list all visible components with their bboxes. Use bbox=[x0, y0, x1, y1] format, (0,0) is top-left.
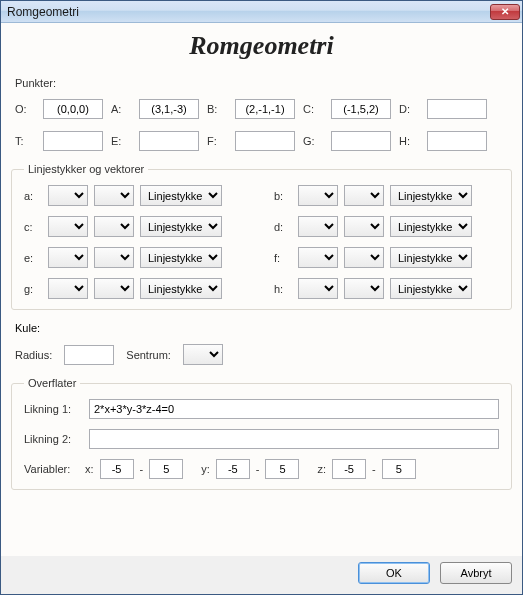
point-label-f: F: bbox=[207, 135, 227, 147]
line-f-type[interactable]: Linjestykke bbox=[390, 247, 472, 268]
radius-label: Radius: bbox=[15, 349, 52, 361]
lines-section: Linjestykker og vektorer a: Linjestykke … bbox=[11, 163, 512, 310]
eq1-input[interactable] bbox=[89, 399, 499, 419]
point-input-o[interactable] bbox=[43, 99, 103, 119]
line-label-e: e: bbox=[24, 252, 42, 264]
y-label: y: bbox=[201, 463, 210, 475]
kule-heading: Kule: bbox=[15, 322, 508, 334]
point-input-a[interactable] bbox=[139, 99, 199, 119]
line-a-to[interactable] bbox=[94, 185, 134, 206]
line-d-from[interactable] bbox=[298, 216, 338, 237]
line-label-d: d: bbox=[274, 221, 292, 233]
point-label-b: B: bbox=[207, 103, 227, 115]
kule-row: Radius: Sentrum: bbox=[15, 344, 508, 365]
line-a-type[interactable]: Linjestykke bbox=[140, 185, 222, 206]
line-c-from[interactable] bbox=[48, 216, 88, 237]
point-input-h[interactable] bbox=[427, 131, 487, 151]
surfaces-legend: Overflater bbox=[24, 377, 80, 389]
equation2-row: Likning 2: bbox=[24, 429, 499, 449]
line-f-from[interactable] bbox=[298, 247, 338, 268]
point-input-g[interactable] bbox=[331, 131, 391, 151]
z-min-input[interactable] bbox=[332, 459, 366, 479]
line-c-to[interactable] bbox=[94, 216, 134, 237]
dash-icon: - bbox=[140, 463, 144, 475]
vars-label: Variabler: bbox=[24, 463, 79, 475]
point-label-d: D: bbox=[399, 103, 419, 115]
ok-button[interactable]: OK bbox=[358, 562, 430, 584]
line-label-f: f: bbox=[274, 252, 292, 264]
line-d-to[interactable] bbox=[344, 216, 384, 237]
line-d-type[interactable]: Linjestykke bbox=[390, 216, 472, 237]
line-label-c: c: bbox=[24, 221, 42, 233]
line-e-from[interactable] bbox=[48, 247, 88, 268]
point-label-g: G: bbox=[303, 135, 323, 147]
points-heading: Punkter: bbox=[15, 77, 508, 89]
point-input-t[interactable] bbox=[43, 131, 103, 151]
lines-grid: a: Linjestykke b: Linjestykke c: Linjest… bbox=[24, 185, 499, 299]
dash-icon: - bbox=[256, 463, 260, 475]
x-max-input[interactable] bbox=[149, 459, 183, 479]
line-h-type[interactable]: Linjestykke bbox=[390, 278, 472, 299]
x-label: x: bbox=[85, 463, 94, 475]
close-icon: ✕ bbox=[501, 6, 509, 17]
point-label-a: A: bbox=[111, 103, 131, 115]
titlebar: Romgeometri ✕ bbox=[1, 1, 522, 23]
sentrum-select[interactable] bbox=[183, 344, 223, 365]
line-label-h: h: bbox=[274, 283, 292, 295]
line-b-from[interactable] bbox=[298, 185, 338, 206]
point-label-o: O: bbox=[15, 103, 35, 115]
line-e-type[interactable]: Linjestykke bbox=[140, 247, 222, 268]
equation1-row: Likning 1: bbox=[24, 399, 499, 419]
point-input-c[interactable] bbox=[331, 99, 391, 119]
dialog-footer: OK Avbryt bbox=[1, 556, 522, 594]
point-label-c: C: bbox=[303, 103, 323, 115]
z-label: z: bbox=[317, 463, 326, 475]
y-min-input[interactable] bbox=[216, 459, 250, 479]
line-g-to[interactable] bbox=[94, 278, 134, 299]
surfaces-section: Overflater Likning 1: Likning 2: Variabl… bbox=[11, 377, 512, 490]
line-b-type[interactable]: Linjestykke bbox=[390, 185, 472, 206]
eq2-input[interactable] bbox=[89, 429, 499, 449]
point-input-e[interactable] bbox=[139, 131, 199, 151]
points-grid: O: A: B: C: D: T: E: F: G: H: bbox=[15, 99, 508, 151]
point-label-h: H: bbox=[399, 135, 419, 147]
line-a-from[interactable] bbox=[48, 185, 88, 206]
point-input-f[interactable] bbox=[235, 131, 295, 151]
kule-section: Kule: Radius: Sentrum: bbox=[11, 316, 512, 371]
lines-legend: Linjestykker og vektorer bbox=[24, 163, 148, 175]
line-c-type[interactable]: Linjestykke bbox=[140, 216, 222, 237]
line-b-to[interactable] bbox=[344, 185, 384, 206]
variables-row: Variabler: x: - y: - z: - bbox=[24, 459, 499, 479]
point-label-t: T: bbox=[15, 135, 35, 147]
points-section: Punkter: O: A: B: C: D: T: E: F: G: bbox=[11, 71, 512, 157]
dialog-window: Romgeometri ✕ Romgeometri Punkter: O: A:… bbox=[0, 0, 523, 595]
x-min-input[interactable] bbox=[100, 459, 134, 479]
page-title: Romgeometri bbox=[11, 29, 512, 65]
line-e-to[interactable] bbox=[94, 247, 134, 268]
z-max-input[interactable] bbox=[382, 459, 416, 479]
sentrum-label: Sentrum: bbox=[126, 349, 171, 361]
content-area: Romgeometri Punkter: O: A: B: C: D: T: E… bbox=[1, 23, 522, 556]
line-h-from[interactable] bbox=[298, 278, 338, 299]
line-g-from[interactable] bbox=[48, 278, 88, 299]
line-label-g: g: bbox=[24, 283, 42, 295]
line-f-to[interactable] bbox=[344, 247, 384, 268]
point-label-e: E: bbox=[111, 135, 131, 147]
eq2-label: Likning 2: bbox=[24, 433, 79, 445]
line-label-b: b: bbox=[274, 190, 292, 202]
line-g-type[interactable]: Linjestykke bbox=[140, 278, 222, 299]
close-button[interactable]: ✕ bbox=[490, 4, 520, 20]
cancel-button[interactable]: Avbryt bbox=[440, 562, 512, 584]
point-input-b[interactable] bbox=[235, 99, 295, 119]
line-label-a: a: bbox=[24, 190, 42, 202]
point-input-d[interactable] bbox=[427, 99, 487, 119]
radius-input[interactable] bbox=[64, 345, 114, 365]
eq1-label: Likning 1: bbox=[24, 403, 79, 415]
y-max-input[interactable] bbox=[265, 459, 299, 479]
window-title: Romgeometri bbox=[7, 5, 79, 19]
dash-icon: - bbox=[372, 463, 376, 475]
line-h-to[interactable] bbox=[344, 278, 384, 299]
